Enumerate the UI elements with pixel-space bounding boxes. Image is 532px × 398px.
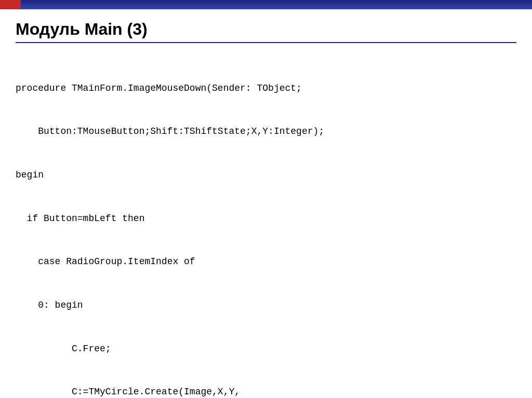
slide-title: Модуль Main (3) xyxy=(16,20,516,43)
top-bar-accent xyxy=(0,0,21,9)
code-line-4: if Button=mbLeft then xyxy=(16,212,516,226)
code-line-8: C:=TMyCircle.Create(Image,X,Y, xyxy=(16,385,516,398)
top-bar xyxy=(0,0,532,9)
code-line-1: procedure TMainForm.ImageMouseDown(Sende… xyxy=(16,81,516,96)
code-block: procedure TMainForm.ImageMouseDown(Sende… xyxy=(16,52,516,398)
code-line-2: Button:TMouseButton;Shift:TShiftState;X,… xyxy=(16,125,516,139)
code-line-7: C.Free; xyxy=(16,342,516,356)
code-line-3: begin xyxy=(16,168,516,183)
code-line-6: 0: begin xyxy=(16,298,516,313)
code-line-5: case RadioGroup.ItemIndex of xyxy=(16,255,516,269)
slide-container: Модуль Main (3) procedure TMainForm.Imag… xyxy=(0,0,532,398)
slide-content: Модуль Main (3) procedure TMainForm.Imag… xyxy=(0,9,532,398)
